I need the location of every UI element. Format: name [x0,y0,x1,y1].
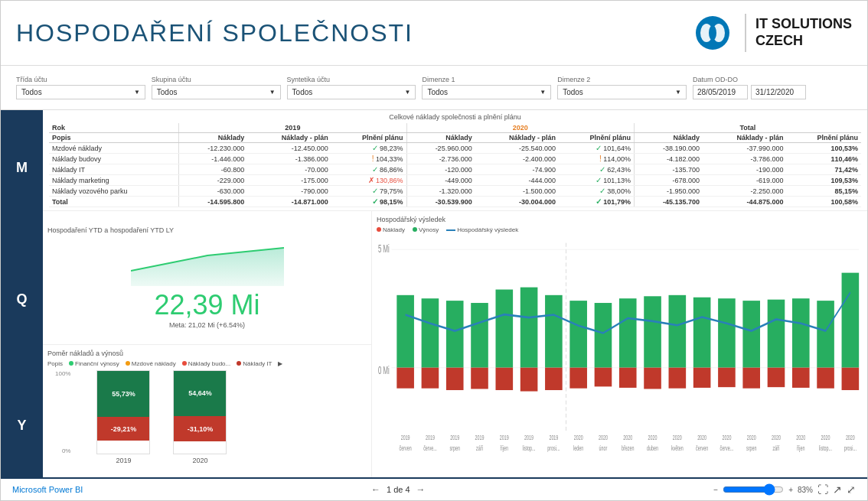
x-label-year: 2020 [722,433,731,441]
cell-pp20: ✓ 38,00% [559,186,634,197]
ratio-label-2020: 2020 [192,457,207,464]
bar-red [644,368,661,389]
bar-red [595,368,612,387]
next-page-button[interactable]: → [416,484,426,495]
cell-pp19: ✓ 86,86% [331,164,406,175]
filter-trida-uctu-label: Třída účtu [16,76,145,83]
zoom-minus-icon[interactable]: − [713,486,718,494]
prev-page-button[interactable]: ← [371,484,380,495]
ratio-bars: 55,73% -29,21% 2019 54,64% -31,10% [89,370,234,464]
logo-area: IT SOLUTIONSCZECH [690,14,852,52]
filter-skupina-uctu: Skupina účtu Todos ▼ [152,76,281,99]
cell-n19: -229.000 [179,175,248,186]
ytd-value: 22,39 Mi [154,289,259,321]
date-do-input[interactable]: 31/12/2020 [751,85,806,99]
filter-trida-uctu: Třída účtu Todos ▼ [16,76,145,99]
legend-hospodarsky: Hospodářský výsledek [446,226,518,233]
x-label-month: leden [573,444,583,452]
x-label-month: duben [647,444,658,452]
cell-nt: -1.950.000 [634,186,703,197]
bar-red [520,368,538,392]
date-inputs: 28/05/2019 31/12/2020 [693,85,806,99]
x-label-month: září [773,444,781,452]
expand-icon[interactable]: ⤢ [847,483,856,496]
cell-n19: -12.230.000 [179,143,248,154]
zoom-slider[interactable] [723,483,784,496]
cell-ppt: 100,53% [786,143,861,154]
legend-popis: Popis [47,360,63,367]
filter-skupina-uctu-value: Todos [157,88,178,96]
filter-syntetika-uctu-select[interactable]: Todos ▼ [287,85,416,99]
bar-red [817,368,834,389]
col-plneni-total: Plnění plánu [786,133,861,143]
chart-legend: Náklady Výnosy Hospodářský výsledek [377,226,863,233]
sidebar-q: Q [1,225,43,374]
x-label-month: červe... [720,444,734,452]
col-2019-header: 2019 [179,123,406,133]
bar-red [396,368,414,389]
x-label-month: listop... [523,444,536,452]
bar-green [792,298,810,367]
filter-syntetika-uctu-label: Syntetika účtu [287,76,416,83]
cell-np20: -74.900 [475,164,559,175]
svg-text:5 Mi: 5 Mi [378,242,390,254]
zoom-plus-icon[interactable]: + [788,486,793,494]
ratio-legend: Popis Finanční výnosy Mzdové náklady Nák… [47,360,367,367]
bar-red [569,368,587,389]
company-name: IT SOLUTIONSCZECH [755,16,852,49]
filter-skupina-uctu-select[interactable]: Todos ▼ [152,85,281,99]
chevron-down-icon-3: ▼ [404,89,410,96]
filter-trida-uctu-select[interactable]: Todos ▼ [16,85,145,99]
konica-minolta-logo [690,14,736,52]
cell-pp19: ✓ 79,75% [331,186,406,197]
x-label-month: srpen [746,444,756,452]
cell-n19: -630.000 [179,186,248,197]
bar-green [693,298,711,368]
legend-naklady: Náklady [377,226,405,233]
col-naklady-2019: Náklady [179,133,248,143]
x-label-month: srpen [450,444,460,452]
bar-green [842,273,860,368]
legend-vynosy: Výnosy [413,226,439,233]
col-rok: Rok [49,123,179,133]
fullscreen-icon[interactable]: ⛶ [817,483,828,496]
cell-nt: -38.190.000 [634,143,703,154]
bar-green [644,296,661,367]
data-table: Rok 2019 2020 Total Popis Náklady Náklad… [49,123,861,207]
date-od-input[interactable]: 28/05/2019 [693,85,748,99]
bar-green [569,301,587,368]
x-label-year: 2019 [450,433,459,441]
bar-red [693,368,711,388]
share-icon[interactable]: ↗ [833,483,842,496]
bar-green [669,295,687,368]
cell-n20: -120.000 [406,164,475,175]
bar-green [446,301,464,368]
bar-green [520,288,538,368]
ratio-label-2019: 2019 [116,457,131,464]
cell-np19: -790.000 [247,186,331,197]
filter-dimenze1-select[interactable]: Todos ▼ [422,85,551,99]
right-chart: Hospodářský výsledek Náklady Výnosy Hosp… [372,211,867,477]
bar-red [545,368,563,390]
ytd-title: Hospodaření YTD a hospodaření YTD LY [47,226,174,234]
filter-dimenze1-value: Todos [427,88,448,96]
x-label-month: říjen [501,444,508,452]
bar-red [792,368,810,388]
x-label-year: 2020 [574,433,583,441]
filter-dimenze2-select[interactable]: Todos ▼ [557,85,687,99]
cell-n19: -14.595.800 [179,197,248,207]
filter-dimenze1: Dimenze 1 Todos ▼ [422,76,551,99]
x-label-year: 2020 [821,433,830,441]
legend-more[interactable]: ▶ [278,360,282,367]
zoom-value: 83% [798,486,813,494]
x-label-year: 2019 [475,433,485,441]
cell-nt: -4.182.000 [634,154,703,164]
chevron-down-icon-5: ▼ [675,89,681,96]
cell-np19: -1.386.000 [247,154,331,164]
bar-red [768,368,785,387]
x-label-year: 2020 [747,433,756,441]
cell-pp20: ✓ 101,64% [559,143,634,154]
powerbi-link[interactable]: Microsoft Power BI [12,485,83,494]
x-label-year: 2020 [648,433,658,441]
ratio-bottom-2019: -29,21% [97,417,149,441]
